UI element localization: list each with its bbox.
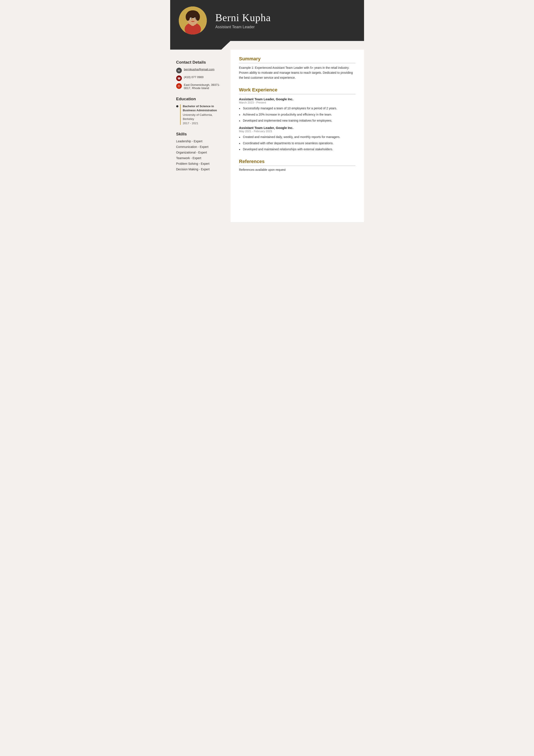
svg-point-7 (189, 10, 197, 15)
edu-school: University of California, Berkeley (183, 113, 224, 121)
summary-section: Summary Example 1: Experienced Assistant… (239, 56, 355, 80)
contact-section: Contact Details ✉ bernikupha@gmail.com ☎… (176, 60, 224, 90)
candidate-name: Berni Kupha (216, 12, 271, 23)
edu-content: Bachelor of Science in Business Administ… (180, 104, 224, 125)
references-text: References available upon request (239, 168, 355, 172)
sidebar: Contact Details ✉ bernikupha@gmail.com ☎… (170, 50, 231, 222)
svg-point-10 (191, 18, 191, 19)
email-icon: ✉ (176, 68, 182, 73)
contact-email-item: ✉ bernikupha@gmail.com (176, 68, 224, 73)
job-bullet-item: Developed and maintained relationships w… (239, 147, 355, 151)
chevron-left (170, 41, 231, 50)
avatar (179, 7, 207, 35)
references-title: References (239, 159, 355, 166)
email-value[interactable]: bernikupha@gmail.com (184, 68, 215, 71)
education-item: Bachelor of Science in Business Administ… (176, 104, 224, 125)
education-section-title: Education (176, 96, 224, 101)
contact-section-title: Contact Details (176, 60, 224, 65)
skill-item: Communication - Expert (176, 145, 224, 148)
skills-section: Skills Leadership - ExpertCommunication … (176, 132, 224, 171)
job-title: Assistant Team Leader, Google Inc. (239, 97, 355, 101)
skill-item: Teamwork - Expert (176, 156, 224, 160)
skill-item: Leadership - Expert (176, 140, 224, 143)
edu-bullet (176, 105, 178, 107)
main-content: Summary Example 1: Experienced Assistant… (231, 50, 364, 222)
job-bullet-item: Coordinated with other departments to en… (239, 141, 355, 146)
phone-icon: ☎ (176, 75, 182, 81)
address-value: East Domenicburgh, 39371-0017, Rhode Isl… (184, 83, 224, 90)
job-bullets: Created and maintained daily, weekly, an… (239, 135, 355, 151)
svg-point-11 (194, 18, 195, 19)
chevron-decoration (170, 41, 364, 50)
job-bullet-item: Achieved a 20% increase in productivity … (239, 112, 355, 117)
resume-header: Berni Kupha Assistant Team Leader (170, 0, 364, 41)
contact-phone-item: ☎ (410) 077 0900 (176, 75, 224, 81)
education-section: Education Bachelor of Science in Busines… (176, 96, 224, 125)
references-section: References References available upon req… (239, 159, 355, 172)
location-icon: ⦿ (176, 83, 182, 89)
work-experience-section: Work Experience Assistant Team Leader, G… (239, 87, 355, 151)
candidate-title: Assistant Team Leader (216, 25, 271, 29)
job-bullet-item: Developed and implemented new training i… (239, 118, 355, 123)
work-experience-title: Work Experience (239, 87, 355, 94)
skill-item: Problem Solving - Expert (176, 162, 224, 165)
edu-years: 2017 - 2021 (183, 122, 224, 125)
main-layout: Contact Details ✉ bernikupha@gmail.com ☎… (170, 50, 364, 222)
header-info: Berni Kupha Assistant Team Leader (216, 12, 271, 29)
contact-address-item: ⦿ East Domenicburgh, 39371-0017, Rhode I… (176, 83, 224, 90)
skill-item: Organizational - Expert (176, 151, 224, 154)
jobs-list: Assistant Team Leader, Google Inc.March … (239, 97, 355, 151)
job-dates: May 2021 - February 2023 (239, 130, 355, 133)
job-dates: March 2023 - Present (239, 101, 355, 104)
summary-section-title: Summary (239, 56, 355, 63)
phone-value: (410) 077 0900 (184, 75, 204, 79)
job-title: Assistant Team Leader, Google Inc. (239, 126, 355, 130)
skills-section-title: Skills (176, 132, 224, 137)
job-item-0: Assistant Team Leader, Google Inc.March … (239, 97, 355, 123)
job-bullets: Successfully managed a team of 10 employ… (239, 106, 355, 123)
job-bullet-item: Successfully managed a team of 10 employ… (239, 106, 355, 111)
job-item-1: Assistant Team Leader, Google Inc.May 20… (239, 126, 355, 151)
summary-text: Example 1: Experienced Assistant Team Le… (239, 65, 355, 80)
job-bullet-item: Created and maintained daily, weekly, an… (239, 135, 355, 139)
edu-degree: Bachelor of Science in Business Administ… (183, 104, 224, 113)
chevron-right (231, 41, 364, 50)
skills-list: Leadership - ExpertCommunication - Exper… (176, 140, 224, 171)
skill-item: Decision Making - Expert (176, 168, 224, 171)
